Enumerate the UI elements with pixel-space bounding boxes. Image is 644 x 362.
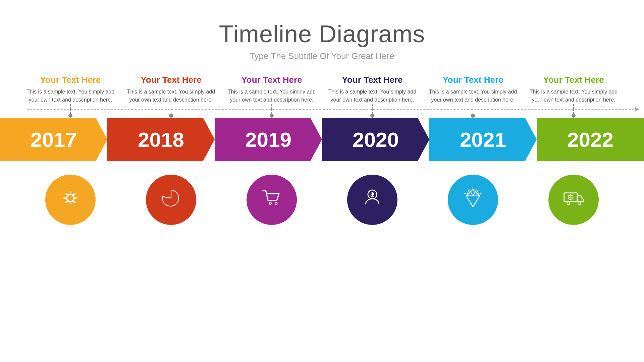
dot-circle-2019 (270, 114, 274, 118)
cart-icon (260, 186, 283, 210)
dot-circle-2018 (169, 114, 173, 118)
svg-line-11 (480, 193, 482, 194)
svg-point-2 (275, 202, 277, 204)
arrow-year-2019: 2019 (245, 128, 291, 152)
main-title: Timeline Diagrams (0, 20, 644, 48)
circle-item-2022 (548, 175, 599, 225)
arrow-year-2022: 2022 (567, 128, 613, 152)
circle-item-2017 (45, 175, 96, 225)
subtitle: Type The Subtitle Of Your Great Here (0, 51, 644, 61)
label-desc-2020: This is a sample text. You simply add yo… (325, 88, 419, 104)
label-desc-2021: This is a sample text. You simply add yo… (426, 88, 520, 104)
dot-circle-2022 (572, 114, 576, 118)
svg-point-0 (67, 194, 74, 202)
header: Timeline Diagrams Type The Subtitle Of Y… (0, 0, 644, 68)
circle-icon-2019 (260, 186, 283, 213)
label-title-2018: Your Text Here (124, 75, 218, 85)
dot-line-2017 (70, 104, 71, 114)
dot-item-2022 (523, 104, 624, 118)
label-desc-2018: This is a sample text. You simply add yo… (124, 88, 218, 104)
dot-row (10, 104, 634, 118)
dot-item-2017 (20, 104, 121, 118)
label-title-2020: Your Text Here (325, 75, 419, 85)
dot-item-2019 (221, 104, 322, 118)
money-icon (361, 186, 384, 210)
dot-line-2018 (171, 104, 171, 114)
truck-icon (562, 186, 585, 210)
circle-icon-2018 (159, 186, 183, 213)
arrow-year-2021: 2021 (460, 128, 506, 152)
arrow-segment-2018: 2018 (107, 118, 215, 161)
circle-item-2019 (247, 175, 297, 225)
svg-line-12 (464, 193, 466, 194)
dot-line-2020 (372, 104, 373, 114)
label-item-2020: Your Text Here This is a sample text. Yo… (322, 75, 423, 104)
diamond-icon (461, 186, 485, 210)
circle-icon-2017 (59, 186, 82, 213)
svg-point-1 (269, 202, 271, 204)
label-desc-2017: This is a sample text. You simply add yo… (23, 88, 117, 104)
circle-item-2021 (448, 175, 498, 225)
dot-item-2020 (322, 104, 423, 118)
label-item-2018: Your Text Here This is a sample text. Yo… (121, 75, 221, 104)
bottom-circles (10, 175, 634, 225)
gear-icon (59, 186, 82, 210)
arrow-segment-2019: 2019 (215, 118, 322, 161)
arrow-year-2018: 2018 (138, 128, 184, 152)
circle-icon-2021 (461, 186, 485, 213)
dot-item-2018 (121, 104, 221, 118)
dot-circle-2017 (68, 114, 72, 118)
label-item-2022: Your Text Here This is a sample text. Yo… (523, 75, 624, 104)
circle-icon-2020 (361, 186, 384, 213)
arrow-segment-2021: 2021 (429, 118, 537, 161)
arrow-segment-2020: 2020 (322, 118, 429, 161)
label-desc-2019: This is a sample text. You simply add yo… (225, 88, 319, 104)
label-title-2022: Your Text Here (527, 75, 621, 85)
arrow-year-2017: 2017 (31, 128, 77, 152)
dot-circle-2021 (471, 114, 475, 118)
label-item-2019: Your Text Here This is a sample text. Yo… (221, 75, 322, 104)
label-item-2021: Your Text Here This is a sample text. Yo… (423, 75, 523, 104)
arrow-year-2020: 2020 (353, 128, 399, 152)
top-labels: Your Text Here This is a sample text. Yo… (10, 75, 634, 104)
label-item-2017: Your Text Here This is a sample text. Yo… (20, 75, 121, 104)
dot-circle-2020 (370, 114, 374, 118)
label-title-2019: Your Text Here (225, 75, 319, 85)
pie-icon (159, 186, 183, 210)
arrow-banner: 2017 2018 2019 2020 2021 2022 (0, 118, 644, 161)
circle-item-2018 (146, 175, 196, 225)
circle-item-2020 (347, 175, 397, 225)
arrow-segment-2022: 2022 (537, 118, 644, 161)
circle-icon-2022 (562, 186, 585, 213)
dot-line-2021 (473, 104, 473, 114)
arrow-segment-2017: 2017 (0, 118, 107, 161)
dot-line-2019 (271, 104, 272, 114)
dot-item-2021 (423, 104, 523, 118)
slide: Timeline Diagrams Type The Subtitle Of Y… (0, 0, 644, 362)
dot-line-2022 (573, 104, 574, 114)
label-title-2017: Your Text Here (23, 75, 117, 85)
label-desc-2022: This is a sample text. You simply add yo… (527, 88, 621, 104)
label-title-2021: Your Text Here (426, 75, 520, 85)
